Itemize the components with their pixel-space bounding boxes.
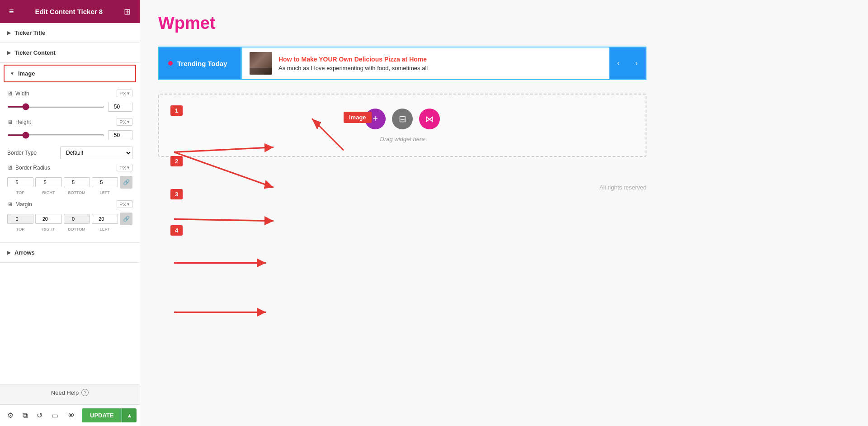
- ticker-content: How to Make YOUR Own Delicious Pizza at …: [242, 47, 609, 79]
- drop-zone-icons: + ⊟ ⋈: [365, 109, 440, 129]
- ticker-arrows: ‹ ›: [609, 47, 646, 79]
- annotation-badge-4: 4: [170, 225, 183, 236]
- border-radius-left-input[interactable]: [92, 177, 118, 187]
- ticker-image: [250, 52, 272, 75]
- sidebar-item-ticker-title[interactable]: ▶ Ticker Title: [0, 23, 140, 43]
- folder-icon[interactable]: ⊟: [392, 109, 413, 129]
- footer-text: All rights reserved: [158, 170, 646, 191]
- ticker-content-label: Ticker Content: [14, 49, 56, 56]
- margin-row: 🖥 Margin PX ▾: [7, 200, 132, 208]
- ticker-widget: Trending Today How to Make YOUR Own Deli…: [158, 47, 646, 80]
- border-radius-inputs: 🔗: [7, 176, 132, 189]
- help-icon[interactable]: ?: [81, 389, 89, 396]
- bottom-toolbar: ⚙ ⧉ ↺ ▭ 👁 UPDATE ▲: [0, 404, 140, 426]
- image-section-content: 🖥 Width PX ▾ 50 🖥 Height PX: [0, 84, 140, 243]
- sidebar-item-arrows[interactable]: ▶ Arrows: [0, 243, 140, 263]
- border-type-label: Border Type: [7, 150, 37, 156]
- image-section-label: Image: [18, 70, 35, 77]
- hamburger-menu-icon[interactable]: ≡: [7, 5, 16, 18]
- border-radius-label: 🖥 Border Radius: [7, 165, 50, 171]
- border-radius-link-button[interactable]: 🔗: [120, 176, 132, 189]
- annotation-badge-1: 1: [170, 105, 183, 116]
- update-dropdown-button[interactable]: ▲: [122, 408, 137, 422]
- ticker-subtext: As much as I love experimenting with foo…: [278, 65, 602, 71]
- ticker-label-text: Trending Today: [177, 60, 227, 67]
- chevron-down-icon: ▼: [10, 71, 14, 76]
- margin-right-input[interactable]: [35, 214, 61, 224]
- site-title: Wpmet: [158, 14, 850, 33]
- eye-icon[interactable]: 👁: [66, 410, 76, 421]
- sidebar-item-image[interactable]: ▼ Image: [4, 65, 136, 82]
- sidebar-item-ticker-content[interactable]: ▶ Ticker Content: [0, 43, 140, 63]
- annotation-badge-2: 2: [170, 156, 183, 166]
- border-type-row: Border Type Default Solid Dashed Dotted …: [7, 147, 132, 159]
- width-row: 🖥 Width PX ▾: [7, 90, 132, 97]
- chevron-down-icon-margin: ▾: [127, 201, 130, 207]
- ticker-image-inner: [250, 52, 272, 75]
- margin-inputs: 🔗: [7, 213, 132, 225]
- sidebar-footer: Need Help ?: [0, 384, 140, 404]
- margin-unit-badge[interactable]: PX ▾: [117, 200, 132, 208]
- layers-icon[interactable]: ⧉: [21, 410, 29, 421]
- height-unit-badge[interactable]: PX ▾: [117, 118, 132, 126]
- width-slider-row: 50: [7, 102, 132, 112]
- chevron-down-small-icon: ▾: [127, 119, 130, 125]
- settings-icon[interactable]: ⚙: [5, 409, 15, 421]
- height-slider[interactable]: [7, 134, 104, 136]
- width-slider[interactable]: [7, 106, 104, 108]
- need-help-label: Need Help: [51, 389, 79, 396]
- border-radius-unit-badge[interactable]: PX ▾: [117, 164, 132, 171]
- update-btn-group: UPDATE ▲: [82, 408, 137, 422]
- update-button[interactable]: UPDATE: [82, 408, 122, 422]
- monitor-icon-height: 🖥: [7, 119, 13, 125]
- sidebar-header: ≡ Edit Content Ticker 8 ⊞: [0, 0, 140, 23]
- chevron-right-icon: ▶: [7, 30, 11, 35]
- margin-link-button[interactable]: 🔗: [120, 213, 132, 225]
- border-radius-row: 🖥 Border Radius PX ▾: [7, 164, 132, 171]
- monitor-icon: 🖥: [7, 90, 13, 97]
- monitor-icon-margin: 🖥: [7, 201, 13, 208]
- svg-line-3: [174, 219, 274, 221]
- width-input[interactable]: 50: [108, 102, 132, 112]
- chevron-down-small-icon: ▾: [127, 90, 130, 96]
- border-radius-labels: TOP RIGHT BOTTOM LEFT: [7, 190, 132, 195]
- border-type-select[interactable]: Default Solid Dashed Dotted Double: [60, 147, 132, 159]
- margin-left-input[interactable]: [92, 214, 118, 224]
- main-inner: Wpmet Trending Today How to Make YOUR Ow…: [140, 0, 868, 426]
- border-radius-top-input[interactable]: [7, 177, 33, 187]
- height-label: 🖥 Height: [7, 119, 31, 125]
- grid-icon[interactable]: ⊞: [122, 5, 132, 19]
- arrows-label: Arrows: [14, 249, 35, 256]
- need-help-row: Need Help ?: [7, 389, 132, 396]
- ticker-heading: How to Make YOUR Own Delicious Pizza at …: [278, 56, 602, 63]
- sidebar: ≡ Edit Content Ticker 8 ⊞ ▶ Ticker Title…: [0, 0, 140, 426]
- ticker-label: Trending Today: [159, 47, 241, 79]
- height-row: 🖥 Height PX ▾: [7, 118, 132, 126]
- elementor-icon[interactable]: ⋈: [419, 109, 440, 129]
- border-radius-right-input[interactable]: [35, 177, 61, 187]
- width-unit-badge[interactable]: PX ▾: [117, 90, 132, 97]
- margin-labels: TOP RIGHT BOTTOM LEFT: [7, 227, 132, 232]
- ticker-text-block: How to Make YOUR Own Delicious Pizza at …: [278, 56, 602, 71]
- chevron-down-icon-br: ▾: [127, 165, 130, 170]
- border-radius-bottom-input[interactable]: [64, 177, 90, 187]
- sidebar-title: Edit Content Ticker 8: [35, 8, 103, 15]
- ticker-dot: [168, 61, 173, 66]
- drop-zone: + ⊟ ⋈ Drag widget here: [158, 94, 646, 157]
- width-label: 🖥 Width: [7, 90, 29, 97]
- chevron-right-icon-arrows: ▶: [7, 250, 11, 255]
- drop-zone-text: Drag widget here: [380, 136, 425, 142]
- margin-label: 🖥 Margin: [7, 201, 32, 208]
- height-input[interactable]: 50: [108, 130, 132, 140]
- add-widget-icon[interactable]: +: [365, 109, 386, 129]
- margin-bottom-input[interactable]: [64, 214, 90, 224]
- history-icon[interactable]: ↺: [35, 409, 44, 421]
- height-slider-row: 50: [7, 130, 132, 140]
- monitor-icon-br: 🖥: [7, 165, 13, 171]
- margin-top-input[interactable]: [7, 214, 33, 224]
- ticker-next-button[interactable]: ›: [627, 47, 646, 79]
- annotation-badge-3: 3: [170, 189, 183, 199]
- sidebar-content: ▶ Ticker Title ▶ Ticker Content ▼ Image …: [0, 23, 140, 384]
- tablet-icon[interactable]: ▭: [50, 409, 60, 421]
- ticker-prev-button[interactable]: ‹: [609, 47, 627, 79]
